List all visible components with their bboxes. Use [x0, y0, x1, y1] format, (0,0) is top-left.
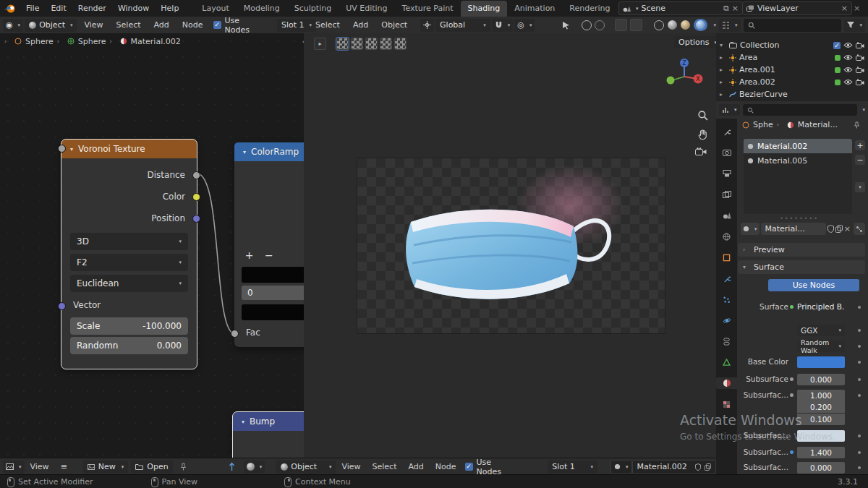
tab-layout[interactable]: Layout: [195, 1, 236, 17]
camera-view-icon[interactable]: [695, 147, 707, 156]
window-controls-icon[interactable]: ×: [854, 4, 860, 13]
use-nodes-checkbox[interactable]: ✓ Use Nodes: [213, 16, 250, 35]
disclosure-icon[interactable]: ▾: [720, 42, 726, 48]
proportional-edit-icon[interactable]: ◎▾: [514, 19, 535, 32]
tab-modifiers-icon[interactable]: [719, 273, 735, 284]
use-nodes-button[interactable]: Use Nodes: [768, 279, 859, 291]
outliner-row-beziercurve[interactable]: ▸ BezierCurve: [716, 88, 868, 100]
pan-hand-icon[interactable]: [697, 129, 708, 140]
position-socket[interactable]: [192, 215, 200, 223]
outliner-editor-type-button[interactable]: ▾: [719, 19, 741, 32]
texture-slot-icon-active[interactable]: [336, 38, 349, 50]
options-dropdown[interactable]: Options▾: [674, 36, 717, 48]
close-scene-icon[interactable]: ×: [732, 4, 739, 13]
copy-icon[interactable]: [835, 225, 843, 233]
fake-user-shield-icon[interactable]: [695, 463, 701, 471]
orientation-dropdown[interactable]: Global▾: [435, 19, 490, 32]
tab-rendering[interactable]: Rendering: [562, 1, 617, 17]
shader-type-dropdown[interactable]: Object▾: [25, 19, 77, 32]
face-mask-object[interactable]: [395, 189, 619, 312]
material-slot[interactable]: Material.005: [744, 153, 852, 168]
disclosure-icon[interactable]: ▸: [720, 91, 726, 98]
menu-help[interactable]: Help: [155, 4, 184, 13]
fac-socket[interactable]: [231, 330, 239, 338]
collapse-icon[interactable]: ▾: [242, 419, 244, 425]
tab-view-layer-icon[interactable]: [719, 189, 735, 200]
distance-socket[interactable]: [192, 171, 200, 179]
hide-eye-icon[interactable]: [843, 67, 853, 73]
render-camera-icon[interactable]: [856, 79, 864, 85]
remove-stop-button[interactable]: −: [261, 249, 276, 261]
menu-file[interactable]: File: [20, 4, 45, 13]
randomness-socket[interactable]: [58, 145, 66, 153]
tab-object-icon[interactable]: [719, 252, 735, 263]
play-icon[interactable]: ▸: [314, 38, 326, 50]
node-menu-node[interactable]: Node: [176, 20, 209, 30]
properties-panel[interactable]: ▾ ▾ Sphe ›: [716, 101, 868, 474]
overlay-toggle-icons[interactable]: [615, 19, 642, 31]
radius-x-field[interactable]: 1.000: [797, 390, 845, 401]
material-shading-icon[interactable]: [681, 20, 690, 30]
outliner-search-input[interactable]: [744, 19, 842, 32]
bump-node-header[interactable]: ▾ Bump: [233, 412, 305, 431]
material-name-field[interactable]: Material...: [761, 223, 826, 235]
color-ramp-gradient-bar[interactable]: [242, 267, 305, 283]
distance-metric-dropdown[interactable]: Euclidean▾: [70, 275, 188, 292]
footer-shader-type-dropdown[interactable]: Object▾: [276, 461, 336, 474]
material-slot-active[interactable]: Material.002: [744, 139, 852, 153]
tab-texture-paint[interactable]: Texture Paint: [395, 1, 461, 17]
subsurface-method-dropdown[interactable]: Random Walk▾: [797, 341, 845, 352]
voronoi-texture-node[interactable]: ▾ Voronoi Texture Distance Color Positio…: [61, 140, 197, 369]
menu-edit[interactable]: Edit: [45, 4, 72, 13]
outliner-row-collection[interactable]: ▾ Collection ✓: [716, 39, 868, 51]
disclosure-icon[interactable]: ▸: [720, 67, 726, 73]
render-camera-icon[interactable]: [856, 67, 864, 73]
pin-icon[interactable]: [854, 121, 860, 129]
vp-menu-object[interactable]: Object: [375, 20, 413, 30]
texture-slot-icon[interactable]: [394, 38, 407, 50]
pin-icon[interactable]: [180, 463, 187, 471]
outliner-panel[interactable]: ▾ Collection ✓ ▸ Area ▸ Area.001: [716, 33, 868, 102]
node-menu-add[interactable]: Add: [148, 20, 175, 30]
view-layer-selector[interactable]: ViewLayer ×: [742, 1, 852, 15]
scale-field[interactable]: Scale-100.000: [70, 317, 188, 335]
nodetree-icon[interactable]: [854, 223, 865, 235]
tab-render-icon[interactable]: [719, 147, 735, 158]
hide-eye-icon[interactable]: [843, 54, 853, 61]
subsurface-ior-field[interactable]: 1.400: [797, 447, 845, 458]
stop-color-swatch[interactable]: [242, 304, 305, 320]
collection-checkbox[interactable]: ✓: [833, 42, 841, 49]
footer-use-nodes-checkbox[interactable]: ✓ Use Nodes: [465, 458, 516, 476]
image-editor-type-button[interactable]: ▾: [3, 461, 25, 474]
render-camera-icon[interactable]: [856, 54, 864, 61]
footer-menu-select[interactable]: Select: [367, 462, 403, 471]
copy-icon[interactable]: [705, 463, 711, 471]
gizmo-arrow-icon[interactable]: [227, 462, 237, 471]
path-material[interactable]: Material...: [798, 120, 838, 129]
footer-browse-material-icon[interactable]: ▾: [610, 460, 632, 474]
color-socket[interactable]: [192, 193, 200, 201]
colorramp-node[interactable]: ▾ ColorRamp + − ▾ 0 Fac: [234, 142, 305, 347]
properties-filter-icon[interactable]: ▾: [862, 107, 865, 113]
browse-material-icon[interactable]: ▾: [741, 223, 760, 235]
surface-section-header[interactable]: ▾Surface: [738, 260, 865, 274]
path-object[interactable]: Sphe: [753, 120, 773, 129]
subsurface-anisotropy-field[interactable]: 0.000: [797, 462, 845, 474]
subsurface-color-swatch[interactable]: [797, 430, 845, 442]
radius-z-field[interactable]: 0.100: [797, 414, 845, 425]
surface-shader-value[interactable]: Principled B.: [797, 302, 844, 311]
properties-search-input[interactable]: [743, 104, 858, 116]
fake-user-shield-icon[interactable]: [827, 225, 834, 233]
open-image-button[interactable]: Open: [131, 461, 172, 474]
blender-logo-icon[interactable]: [4, 4, 16, 14]
navigation-gizmo[interactable]: Z X: [664, 56, 705, 97]
tab-tool-icon[interactable]: [719, 126, 735, 137]
footer-menu-view[interactable]: View: [336, 462, 366, 471]
distribution-dropdown[interactable]: GGX▾: [797, 325, 845, 336]
feature-dropdown[interactable]: F2▾: [70, 254, 188, 271]
randomness-field[interactable]: Randomn0.000: [70, 337, 188, 354]
collapse-icon[interactable]: ▾: [70, 146, 73, 153]
footer-slot-dropdown[interactable]: Slot 1▾: [548, 461, 597, 474]
new-scene-icon[interactable]: ⧉: [723, 4, 729, 13]
editor-type-button[interactable]: ◉▾: [3, 19, 23, 32]
